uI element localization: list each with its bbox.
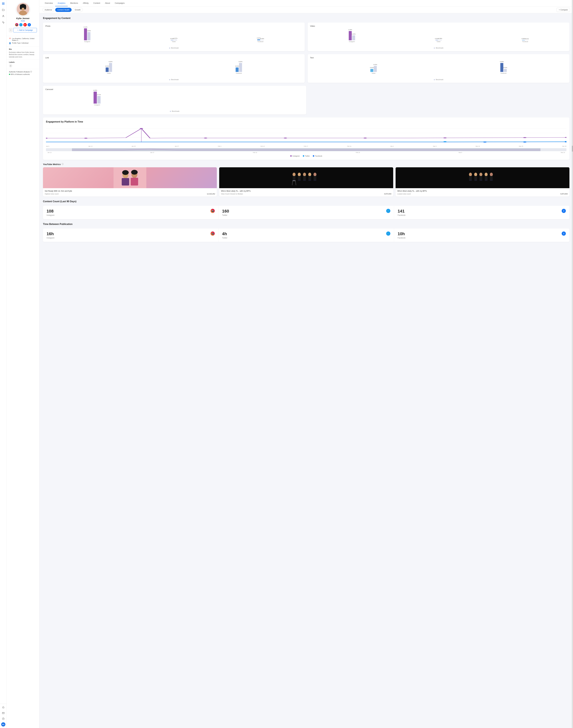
video-legend: Benchmark [310,47,567,49]
nav-icon-mail[interactable] [1,711,5,715]
svg-rect-35 [122,178,129,186]
svg-rect-1 [3,3,4,3]
svg-point-64 [469,173,472,176]
top-nav-links: Overview Analytics Mentions Affinity Con… [42,0,127,6]
facebook-legend-label: Facebook [315,155,322,157]
content-count-title: Content Count (Last 90 Days) [43,200,569,203]
youtube-sublabel-3: Lowest view count [397,193,411,195]
mini-mar9: Mar 9 [459,152,462,153]
svg-point-22 [364,138,367,139]
photo-twitter-bar [171,40,174,40]
carousel-chart: Carousel 4.23% 2.71% Instagram [43,86,306,114]
twitter-count: 160 [222,209,229,214]
nav-campaigns[interactable]: Campaigns [112,0,127,6]
youtube-title-2: Who's Most Likely To... with my BFFs [221,190,391,192]
svg-rect-2 [3,4,4,5]
nav-icon-chart[interactable] [1,20,5,24]
scrollbar-thumb[interactable] [572,146,573,152]
bottom-nav: AA [0,704,7,728]
auth-section: Authentic Followers Analysis ⓘ 88% of fo… [7,69,39,77]
sub-nav: Audience Content Health Growth + Compare [39,7,573,13]
youtube-thumb-3 [396,167,569,188]
svg-point-47 [303,173,306,176]
photo-instagram-label: Instagram [84,41,90,42]
bio-title: Bio [9,48,37,50]
svg-rect-0 [2,3,3,3]
svg-point-8 [19,10,27,16]
carousel-legend: Benchmark [45,110,304,112]
time-twitter-glyph: 🐦 [387,232,389,235]
location-item: 📍 Los Angeles, California, United States… [9,38,37,41]
labels-section: Labels + [7,60,39,69]
svg-point-67 [484,173,487,176]
add-label-button[interactable]: + [9,64,12,67]
svg-point-27 [443,141,447,142]
nav-analytics[interactable]: Analytics [55,0,68,6]
twitter-icon-glyph: 🐦 [387,210,389,212]
label-mar23: Mar 23 [519,146,523,147]
label-jan27: Jan 27 [175,146,179,147]
location-text: Los Angeles, California, United States o… [12,38,37,41]
facebook-platform-icon: f [562,209,566,213]
time-instagram: 16h Instagram 📷 [43,228,218,242]
twitter-legend: Twitter [303,155,310,157]
engagement-by-content-title: Engagement by Content [43,17,569,19]
bio-text: Exclusive videos from Kylie Jenner. Behi… [9,51,37,58]
nav-icon-bell[interactable] [1,705,5,710]
mini-axis: Jan 13 Jan 27 Feb 10 Feb 24 Mar 9 Mar 23 [46,152,566,153]
upload-button[interactable]: ↑ [9,28,12,32]
nav-icon-user[interactable] [1,14,5,18]
tab-growth[interactable]: Growth [72,8,83,12]
svg-point-17 [46,138,48,139]
content-area: Engagement by Content Photo 4.11% [39,13,573,728]
youtube-section: YouTube Metrics ⓘ [43,163,569,197]
youtube-info-icon: ⓘ [62,163,63,165]
label-jan6: Jan 6 [46,146,49,147]
instagram-count-label: Instagram [47,214,54,216]
time-twitter: 4h Twitter 🐦 [218,228,394,242]
range-selector[interactable] [46,148,566,151]
text-legend: Benchmark [310,79,567,81]
photo-facebook-label: Facebook [258,41,264,42]
nav-affinity[interactable]: Affinity [81,0,91,6]
nav-content[interactable]: Content [91,0,103,6]
labels-title: Labels [9,61,37,63]
nav-overview[interactable]: Overview [42,0,55,6]
tab-content-health[interactable]: Content Health [55,8,72,12]
facebook-legend-dot [313,155,314,157]
label-feb17: Feb 17 [304,146,308,147]
nav-icon-help[interactable] [1,717,5,721]
nav-mentions[interactable]: Mentions [68,0,81,6]
social-icons: 📷 🐦 ▶ f [9,23,37,27]
auth-title: Authentic Followers Analysis ⓘ [9,70,37,73]
youtube-icon[interactable]: ▶ [23,23,27,27]
add-campaign-button[interactable]: + Add to Campaign [13,28,37,33]
icon-nav [0,0,7,728]
benchmark-dot [169,47,170,49]
user-avatar-icon[interactable]: AA [1,722,5,727]
nav-about[interactable]: About [103,0,112,6]
youtube-thumb-2 [219,167,393,188]
photo-instagram-value: 4.11% [84,26,88,28]
label-mar2: Mar 2 [390,146,394,147]
photo-instagram-bar [84,29,87,40]
facebook-time-label: Facebook [398,237,406,239]
nav-icon-folder[interactable] [1,8,5,12]
nav-icon-home[interactable] [1,2,5,5]
instagram-count: 108 [47,209,54,214]
tab-audience[interactable]: Audience [42,8,54,12]
scrollbar[interactable] [572,0,573,728]
compare-button[interactable]: + Compare [557,8,570,12]
twitter-time-label: Twitter [222,237,227,239]
profile-section: Kylie Jenner Actor 📷 🐦 ▶ f ↑ + Add to Ca… [7,0,39,36]
photo-facebook-bar [257,39,260,40]
instagram-icon[interactable]: 📷 [15,23,18,27]
svg-point-46 [298,173,301,176]
label-mar16: Mar 16 [476,146,480,147]
mini-mar23: Mar 23 [561,152,565,153]
twitter-icon[interactable]: 🐦 [19,23,22,27]
mini-jan27: Jan 27 [150,152,154,153]
sidebar-info: 📍 Los Angeles, California, United States… [7,36,39,47]
facebook-icon[interactable]: f [28,23,31,27]
instagram-legend-dot [290,155,292,157]
